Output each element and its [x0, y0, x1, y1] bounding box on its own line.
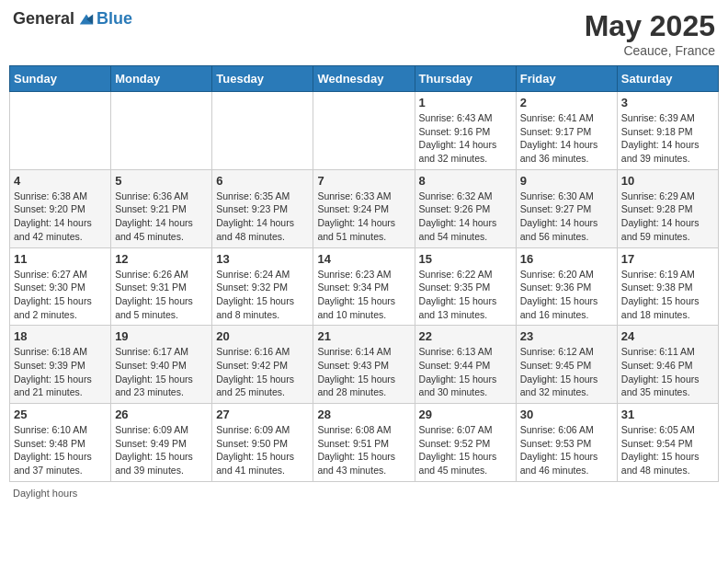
day-number: 7 — [317, 174, 410, 188]
calendar-cell: 18Sunrise: 6:18 AM Sunset: 9:39 PM Dayli… — [10, 326, 111, 404]
day-info: Sunrise: 6:18 AM Sunset: 9:39 PM Dayligh… — [14, 345, 107, 399]
calendar-cell: 19Sunrise: 6:17 AM Sunset: 9:40 PM Dayli… — [111, 326, 212, 404]
day-number: 30 — [520, 408, 613, 421]
day-number: 20 — [216, 329, 309, 343]
day-info: Sunrise: 6:38 AM Sunset: 9:20 PM Dayligh… — [14, 190, 107, 244]
calendar-cell: 13Sunrise: 6:24 AM Sunset: 9:32 PM Dayli… — [212, 247, 313, 326]
title-block: May 2025 Ceauce, France — [585, 9, 715, 58]
day-info: Sunrise: 6:30 AM Sunset: 9:27 PM Dayligh… — [520, 190, 613, 244]
calendar-cell: 16Sunrise: 6:20 AM Sunset: 9:36 PM Dayli… — [516, 247, 617, 326]
calendar-cell: 7Sunrise: 6:33 AM Sunset: 9:24 PM Daylig… — [313, 169, 415, 247]
day-number: 11 — [14, 252, 107, 266]
day-number: 2 — [520, 96, 613, 109]
location-subtitle: Ceauce, France — [585, 43, 715, 58]
calendar-cell: 1Sunrise: 6:43 AM Sunset: 9:16 PM Daylig… — [415, 92, 516, 170]
footer-note: Daylight hours — [9, 488, 719, 499]
calendar-cell: 27Sunrise: 6:09 AM Sunset: 9:50 PM Dayli… — [212, 404, 313, 482]
day-info: Sunrise: 6:14 AM Sunset: 9:43 PM Dayligh… — [317, 345, 410, 399]
weekday-header-wednesday: Wednesday — [313, 66, 415, 92]
day-number: 15 — [419, 252, 512, 266]
day-info: Sunrise: 6:26 AM Sunset: 9:31 PM Dayligh… — [115, 268, 208, 322]
calendar-cell: 10Sunrise: 6:29 AM Sunset: 9:28 PM Dayli… — [617, 169, 718, 247]
calendar-week-1: 4Sunrise: 6:38 AM Sunset: 9:20 PM Daylig… — [10, 169, 719, 247]
day-number: 17 — [621, 252, 714, 266]
weekday-header-tuesday: Tuesday — [212, 66, 313, 92]
weekday-header-friday: Friday — [516, 66, 617, 92]
day-number: 28 — [317, 408, 410, 421]
day-number: 3 — [621, 96, 714, 109]
day-number: 22 — [419, 329, 512, 343]
day-info: Sunrise: 6:09 AM Sunset: 9:49 PM Dayligh… — [115, 423, 208, 477]
day-number: 9 — [520, 174, 613, 188]
calendar-cell — [313, 92, 415, 170]
day-info: Sunrise: 6:23 AM Sunset: 9:34 PM Dayligh… — [317, 268, 410, 322]
calendar-cell: 8Sunrise: 6:32 AM Sunset: 9:26 PM Daylig… — [415, 169, 516, 247]
day-number: 23 — [520, 329, 613, 343]
weekday-header-sunday: Sunday — [10, 66, 111, 92]
calendar-table: SundayMondayTuesdayWednesdayThursdayFrid… — [9, 65, 719, 482]
day-info: Sunrise: 6:36 AM Sunset: 9:21 PM Dayligh… — [115, 190, 208, 244]
day-info: Sunrise: 6:33 AM Sunset: 9:24 PM Dayligh… — [317, 190, 410, 244]
calendar-cell: 6Sunrise: 6:35 AM Sunset: 9:23 PM Daylig… — [212, 169, 313, 247]
calendar-cell — [10, 92, 111, 170]
calendar-week-0: 1Sunrise: 6:43 AM Sunset: 9:16 PM Daylig… — [10, 92, 719, 170]
day-info: Sunrise: 6:08 AM Sunset: 9:51 PM Dayligh… — [317, 423, 410, 477]
calendar-cell: 15Sunrise: 6:22 AM Sunset: 9:35 PM Dayli… — [415, 247, 516, 326]
day-number: 12 — [115, 252, 208, 266]
day-info: Sunrise: 6:22 AM Sunset: 9:35 PM Dayligh… — [419, 268, 512, 322]
day-info: Sunrise: 6:13 AM Sunset: 9:44 PM Dayligh… — [419, 345, 512, 399]
calendar-cell — [111, 92, 212, 170]
calendar-cell: 2Sunrise: 6:41 AM Sunset: 9:17 PM Daylig… — [516, 92, 617, 170]
day-info: Sunrise: 6:12 AM Sunset: 9:45 PM Dayligh… — [520, 345, 613, 399]
day-info: Sunrise: 6:11 AM Sunset: 9:46 PM Dayligh… — [621, 345, 714, 399]
page-header: General Blue May 2025 Ceauce, France — [9, 9, 719, 58]
day-info: Sunrise: 6:05 AM Sunset: 9:54 PM Dayligh… — [621, 423, 714, 477]
weekday-header-row: SundayMondayTuesdayWednesdayThursdayFrid… — [10, 66, 719, 92]
day-info: Sunrise: 6:20 AM Sunset: 9:36 PM Dayligh… — [520, 268, 613, 322]
day-number: 8 — [419, 174, 512, 188]
calendar-cell: 9Sunrise: 6:30 AM Sunset: 9:27 PM Daylig… — [516, 169, 617, 247]
day-info: Sunrise: 6:41 AM Sunset: 9:17 PM Dayligh… — [520, 111, 613, 166]
day-info: Sunrise: 6:19 AM Sunset: 9:38 PM Dayligh… — [621, 268, 714, 322]
day-info: Sunrise: 6:39 AM Sunset: 9:18 PM Dayligh… — [621, 111, 714, 166]
calendar-week-2: 11Sunrise: 6:27 AM Sunset: 9:30 PM Dayli… — [10, 247, 719, 326]
calendar-cell: 23Sunrise: 6:12 AM Sunset: 9:45 PM Dayli… — [516, 326, 617, 404]
day-number: 26 — [115, 408, 208, 421]
calendar-cell: 26Sunrise: 6:09 AM Sunset: 9:49 PM Dayli… — [111, 404, 212, 482]
day-number: 13 — [216, 252, 309, 266]
day-number: 4 — [14, 174, 107, 188]
day-number: 16 — [520, 252, 613, 266]
month-year-title: May 2025 — [585, 9, 715, 43]
day-number: 19 — [115, 329, 208, 343]
day-info: Sunrise: 6:10 AM Sunset: 9:48 PM Dayligh… — [14, 423, 107, 477]
calendar-cell: 28Sunrise: 6:08 AM Sunset: 9:51 PM Dayli… — [313, 404, 415, 482]
day-number: 25 — [14, 408, 107, 421]
day-info: Sunrise: 6:32 AM Sunset: 9:26 PM Dayligh… — [419, 190, 512, 244]
calendar-cell: 17Sunrise: 6:19 AM Sunset: 9:38 PM Dayli… — [617, 247, 718, 326]
logo-text-general: General — [13, 9, 74, 29]
day-info: Sunrise: 6:09 AM Sunset: 9:50 PM Dayligh… — [216, 423, 309, 477]
day-number: 14 — [317, 252, 410, 266]
day-info: Sunrise: 6:43 AM Sunset: 9:16 PM Dayligh… — [419, 111, 512, 166]
calendar-week-3: 18Sunrise: 6:18 AM Sunset: 9:39 PM Dayli… — [10, 326, 719, 404]
day-info: Sunrise: 6:29 AM Sunset: 9:28 PM Dayligh… — [621, 190, 714, 244]
day-number: 27 — [216, 408, 309, 421]
calendar-cell: 31Sunrise: 6:05 AM Sunset: 9:54 PM Dayli… — [617, 404, 718, 482]
day-number: 6 — [216, 174, 309, 188]
day-number: 29 — [419, 408, 512, 421]
calendar-week-4: 25Sunrise: 6:10 AM Sunset: 9:48 PM Dayli… — [10, 404, 719, 482]
day-number: 18 — [14, 329, 107, 343]
calendar-cell: 5Sunrise: 6:36 AM Sunset: 9:21 PM Daylig… — [111, 169, 212, 247]
weekday-header-monday: Monday — [111, 66, 212, 92]
calendar-cell: 11Sunrise: 6:27 AM Sunset: 9:30 PM Dayli… — [10, 247, 111, 326]
calendar-cell: 3Sunrise: 6:39 AM Sunset: 9:18 PM Daylig… — [617, 92, 718, 170]
calendar-cell: 22Sunrise: 6:13 AM Sunset: 9:44 PM Dayli… — [415, 326, 516, 404]
calendar-cell: 21Sunrise: 6:14 AM Sunset: 9:43 PM Dayli… — [313, 326, 415, 404]
day-info: Sunrise: 6:24 AM Sunset: 9:32 PM Dayligh… — [216, 268, 309, 322]
calendar-cell: 29Sunrise: 6:07 AM Sunset: 9:52 PM Dayli… — [415, 404, 516, 482]
weekday-header-thursday: Thursday — [415, 66, 516, 92]
logo-icon — [78, 11, 95, 28]
logo-text-blue: Blue — [97, 9, 132, 29]
day-info: Sunrise: 6:16 AM Sunset: 9:42 PM Dayligh… — [216, 345, 309, 399]
day-number: 5 — [115, 174, 208, 188]
